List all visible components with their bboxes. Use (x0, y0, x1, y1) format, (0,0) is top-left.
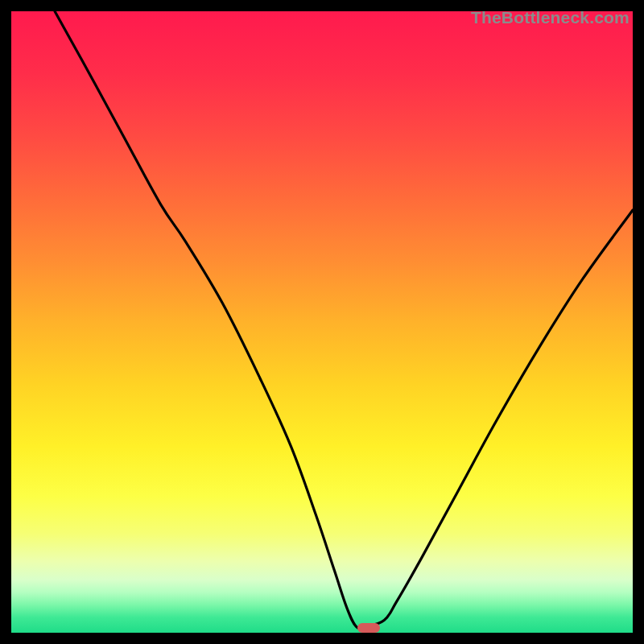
bottleneck-curve (11, 11, 633, 633)
watermark-text: TheBottleneck.com (471, 8, 630, 27)
optimal-point-marker (357, 623, 380, 633)
plot-area (11, 11, 633, 633)
chart-frame: TheBottleneck.com (0, 0, 644, 644)
